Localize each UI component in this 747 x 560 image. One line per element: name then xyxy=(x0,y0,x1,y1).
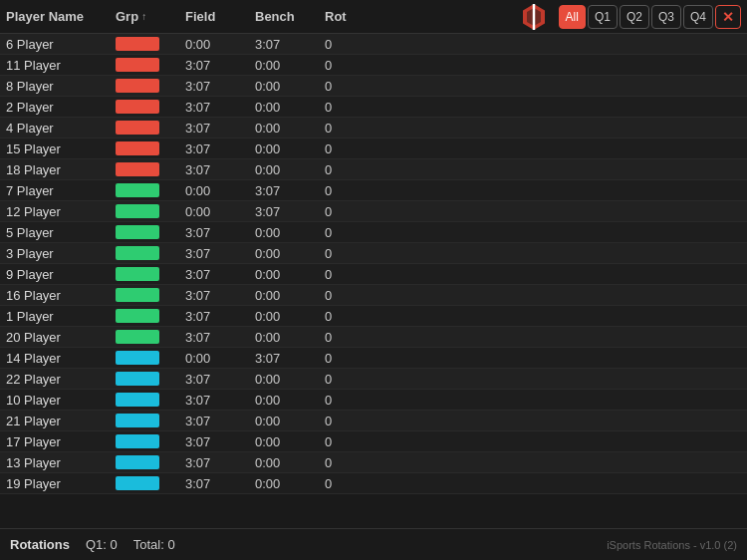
table-row[interactable]: 1 Player 3:07 0:00 0 xyxy=(0,306,747,327)
close-button[interactable]: ✕ xyxy=(715,5,741,29)
player-bench-time: 0:00 xyxy=(255,246,325,261)
player-bench-time: 3:07 xyxy=(255,204,325,219)
group-color-bar xyxy=(116,225,159,239)
player-name: 1 Player xyxy=(6,309,116,324)
player-field-time: 3:07 xyxy=(185,100,255,115)
table-row[interactable]: 9 Player 3:07 0:00 0 xyxy=(0,264,747,285)
player-field-time: 3:07 xyxy=(185,58,255,73)
player-rotations: 0 xyxy=(325,121,365,136)
player-bench-time: 0:00 xyxy=(255,288,325,303)
player-group xyxy=(116,246,185,260)
player-group xyxy=(116,455,185,469)
group-color-bar xyxy=(116,246,159,260)
player-bench-time: 0:00 xyxy=(255,434,325,449)
player-name: 10 Player xyxy=(6,393,116,408)
table-row[interactable]: 16 Player 3:07 0:00 0 xyxy=(0,285,747,306)
player-name: 5 Player xyxy=(6,225,116,240)
table-row[interactable]: 7 Player 0:00 3:07 0 xyxy=(0,180,747,201)
player-name: 8 Player xyxy=(6,79,116,94)
quarter-btn-q4[interactable]: Q4 xyxy=(683,5,713,29)
quarter-btn-all[interactable]: All xyxy=(559,5,586,29)
table-row[interactable]: 3 Player 3:07 0:00 0 xyxy=(0,243,747,264)
sort-arrow-icon[interactable]: ↑ xyxy=(141,11,146,22)
rotations-label: Rotations xyxy=(10,537,70,552)
total-stat: Total: 0 xyxy=(133,537,175,552)
player-group xyxy=(116,288,185,302)
player-group xyxy=(116,267,185,281)
quarter-buttons-group: AllQ1Q2Q3Q4 xyxy=(559,5,713,29)
table-row[interactable]: 11 Player 3:07 0:00 0 xyxy=(0,55,747,76)
group-color-bar xyxy=(116,476,159,490)
player-table: 6 Player 0:00 3:07 0 11 Player 3:07 0:00… xyxy=(0,34,747,528)
player-group xyxy=(116,476,185,490)
table-row[interactable]: 4 Player 3:07 0:00 0 xyxy=(0,118,747,139)
table-row[interactable]: 6 Player 0:00 3:07 0 xyxy=(0,34,747,55)
player-rotations: 0 xyxy=(325,204,365,219)
table-row[interactable]: 18 Player 3:07 0:00 0 xyxy=(0,159,747,180)
player-rotations: 0 xyxy=(325,100,365,115)
player-field-time: 3:07 xyxy=(185,141,255,156)
table-row[interactable]: 19 Player 3:07 0:00 0 xyxy=(0,473,747,494)
player-bench-time: 0:00 xyxy=(255,414,325,428)
quarter-btn-q2[interactable]: Q2 xyxy=(620,5,649,29)
table-row[interactable]: 22 Player 3:07 0:00 0 xyxy=(0,369,747,390)
footer-bar: Rotations Q1: 0 Total: 0 iSports Rotatio… xyxy=(0,528,747,560)
player-group xyxy=(116,79,185,93)
col-grp-header: Grp ↑ xyxy=(116,9,185,24)
player-group xyxy=(116,414,185,427)
table-row[interactable]: 21 Player 3:07 0:00 0 xyxy=(0,411,747,431)
player-group xyxy=(116,309,185,323)
player-rotations: 0 xyxy=(325,414,365,428)
group-color-bar xyxy=(116,37,159,51)
player-bench-time: 0:00 xyxy=(255,309,325,324)
player-field-time: 3:07 xyxy=(185,225,255,240)
player-name: 6 Player xyxy=(6,37,116,52)
player-bench-time: 0:00 xyxy=(255,162,325,177)
player-name: 3 Player xyxy=(6,246,116,261)
group-color-bar xyxy=(116,393,159,407)
quarter-btn-q1[interactable]: Q1 xyxy=(588,5,618,29)
player-field-time: 3:07 xyxy=(185,79,255,94)
table-row[interactable]: 20 Player 3:07 0:00 0 xyxy=(0,327,747,348)
table-row[interactable]: 13 Player 3:07 0:00 0 xyxy=(0,452,747,473)
player-group xyxy=(116,162,185,176)
player-name: 15 Player xyxy=(6,141,116,156)
group-color-bar xyxy=(116,309,159,323)
player-group xyxy=(116,58,185,72)
table-row[interactable]: 17 Player 3:07 0:00 0 xyxy=(0,431,747,452)
player-bench-time: 0:00 xyxy=(255,100,325,115)
player-field-time: 3:07 xyxy=(185,455,255,470)
player-name: 2 Player xyxy=(6,100,116,115)
player-field-time: 3:07 xyxy=(185,330,255,345)
player-group xyxy=(116,330,185,344)
player-bench-time: 3:07 xyxy=(255,37,325,52)
player-group xyxy=(116,372,185,386)
table-row[interactable]: 15 Player 3:07 0:00 0 xyxy=(0,139,747,159)
player-name: 19 Player xyxy=(6,476,116,491)
player-rotations: 0 xyxy=(325,434,365,449)
table-row[interactable]: 12 Player 0:00 3:07 0 xyxy=(0,201,747,222)
group-color-bar xyxy=(116,121,159,135)
player-group xyxy=(116,100,185,114)
player-name: 18 Player xyxy=(6,162,116,177)
table-row[interactable]: 10 Player 3:07 0:00 0 xyxy=(0,390,747,411)
player-field-time: 3:07 xyxy=(185,372,255,387)
table-row[interactable]: 8 Player 3:07 0:00 0 xyxy=(0,76,747,97)
player-bench-time: 0:00 xyxy=(255,267,325,282)
player-group xyxy=(116,141,185,155)
player-name: 9 Player xyxy=(6,267,116,282)
group-color-bar xyxy=(116,372,159,386)
player-bench-time: 0:00 xyxy=(255,455,325,470)
player-bench-time: 0:00 xyxy=(255,58,325,73)
table-row[interactable]: 2 Player 3:07 0:00 0 xyxy=(0,97,747,118)
quarter-btn-q3[interactable]: Q3 xyxy=(651,5,681,29)
player-rotations: 0 xyxy=(325,246,365,261)
player-name: 11 Player xyxy=(6,58,116,73)
player-bench-time: 0:00 xyxy=(255,121,325,136)
table-row[interactable]: 5 Player 3:07 0:00 0 xyxy=(0,222,747,243)
table-row[interactable]: 14 Player 0:00 3:07 0 xyxy=(0,348,747,369)
player-rotations: 0 xyxy=(325,267,365,282)
player-bench-time: 0:00 xyxy=(255,393,325,408)
group-color-bar xyxy=(116,351,159,365)
player-group xyxy=(116,121,185,135)
